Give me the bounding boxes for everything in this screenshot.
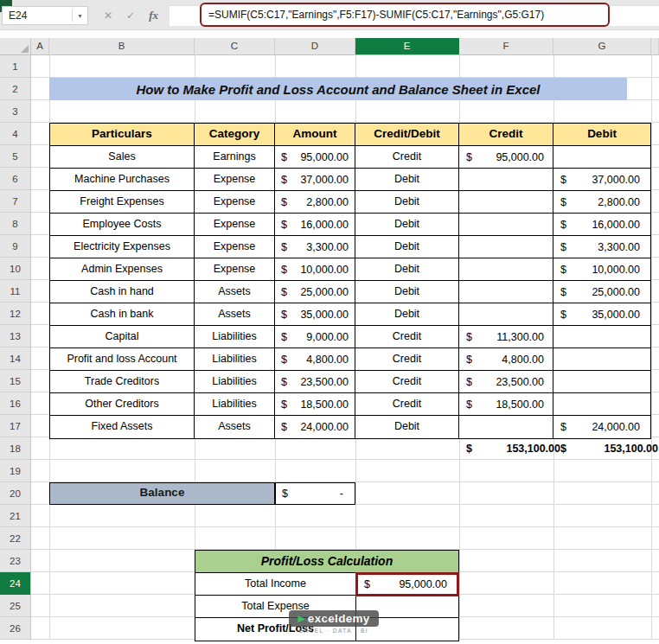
- table-header-credit[interactable]: Credit: [459, 124, 553, 146]
- cell-category[interactable]: Assets: [195, 416, 275, 438]
- cell-particulars[interactable]: Cash in bank: [50, 303, 195, 326]
- row-header-21[interactable]: 21: [0, 505, 30, 527]
- cell-particulars[interactable]: Capital: [50, 326, 195, 348]
- row-header-15[interactable]: 15: [0, 370, 30, 392]
- row-header-14[interactable]: 14: [0, 348, 30, 370]
- cell-credit-debit[interactable]: Debit: [355, 258, 459, 281]
- cell-credit-debit[interactable]: Debit: [355, 236, 459, 258]
- row-header-8[interactable]: 8: [0, 213, 30, 235]
- cell-credit[interactable]: [459, 191, 553, 214]
- cell-credit-debit[interactable]: Credit: [355, 371, 459, 393]
- row-header-17[interactable]: 17: [0, 415, 30, 437]
- row-header-7[interactable]: 7: [0, 190, 30, 213]
- cell-particulars[interactable]: Trade Creditors: [50, 371, 195, 393]
- insert-function-icon[interactable]: fx: [149, 9, 158, 22]
- cell-amount[interactable]: $ 24,000.00: [275, 416, 355, 438]
- cell-particulars[interactable]: Other Creditors: [50, 393, 195, 416]
- cell-debit[interactable]: $ 35,000.00: [553, 303, 650, 326]
- cell-category[interactable]: Liabilities: [195, 348, 275, 371]
- cell-credit[interactable]: $ 11,300.00: [459, 326, 553, 348]
- cell-amount[interactable]: $ 95,000.00: [275, 146, 355, 169]
- cell-debit[interactable]: $ 25,000.00: [553, 281, 650, 303]
- cell-particulars[interactable]: Sales: [50, 146, 195, 169]
- cell-amount[interactable]: $ 16,000.00: [275, 214, 355, 236]
- row-header-16[interactable]: 16: [0, 392, 30, 415]
- cell-category[interactable]: Expense: [195, 258, 275, 281]
- cell-debit[interactable]: $ 3,300.00: [553, 236, 650, 258]
- cell-credit-debit[interactable]: Debit: [355, 303, 459, 326]
- cell-particulars[interactable]: Profit and loss Account: [50, 348, 195, 371]
- cell-debit[interactable]: [553, 371, 650, 393]
- column-header-G[interactable]: G: [553, 38, 651, 54]
- row-header-10[interactable]: 10: [0, 258, 30, 280]
- row-header-12[interactable]: 12: [0, 303, 30, 325]
- cell-particulars[interactable]: Electricity Expenses: [50, 236, 195, 258]
- table-header-credit-debit[interactable]: Credit/Debit: [355, 124, 459, 146]
- cell-debit[interactable]: $ 10,000.00: [553, 258, 650, 281]
- row-header-11[interactable]: 11: [0, 280, 30, 303]
- cell-amount[interactable]: $ 18,500.00: [275, 393, 355, 416]
- cell-credit-debit[interactable]: Debit: [355, 214, 459, 236]
- enter-icon[interactable]: ✓: [126, 10, 135, 22]
- cell-credit-total[interactable]: $ 153,100.00: [459, 437, 569, 460]
- cell-credit-debit[interactable]: Credit: [355, 326, 459, 348]
- row-header-4[interactable]: 4: [0, 123, 30, 145]
- cell-credit[interactable]: [459, 281, 553, 303]
- cell-credit-debit[interactable]: Debit: [355, 191, 459, 214]
- cell-debit[interactable]: [553, 393, 650, 416]
- cell-debit[interactable]: $ 37,000.00: [553, 169, 650, 191]
- row-header-23[interactable]: 23: [0, 550, 30, 572]
- column-header-A[interactable]: A: [31, 38, 49, 54]
- cell-credit[interactable]: $ 23,500.00: [459, 371, 553, 393]
- cancel-icon[interactable]: ✕: [104, 10, 112, 22]
- row-header-18[interactable]: 18: [0, 437, 30, 460]
- cell-debit[interactable]: [553, 348, 650, 371]
- cell-category[interactable]: Assets: [195, 281, 275, 303]
- title-cell[interactable]: How to Make Profit and Loss Account and …: [49, 78, 627, 100]
- cell-amount[interactable]: $ 3,300.00: [275, 236, 355, 258]
- cell-debit-total[interactable]: $ 153,100.00: [553, 437, 659, 460]
- column-header-F[interactable]: F: [459, 38, 553, 54]
- select-all-corner[interactable]: [0, 38, 31, 54]
- column-header-D[interactable]: D: [275, 38, 355, 54]
- cell-category[interactable]: Liabilities: [195, 371, 275, 393]
- cell-debit[interactable]: $ 24,000.00: [553, 416, 650, 438]
- column-header-B[interactable]: B: [49, 38, 195, 54]
- cell-particulars[interactable]: Machine Purchases: [50, 169, 195, 191]
- row-header-22[interactable]: 22: [0, 527, 30, 550]
- cell-category[interactable]: Liabilities: [195, 326, 275, 348]
- cell-credit[interactable]: $ 18,500.00: [459, 393, 553, 416]
- cell-credit[interactable]: [459, 236, 553, 258]
- cell-category[interactable]: Assets: [195, 303, 275, 326]
- cell-credit-debit[interactable]: Debit: [355, 169, 459, 191]
- row-header-24[interactable]: 24: [0, 572, 30, 595]
- cell-credit-debit[interactable]: Debit: [355, 416, 459, 438]
- row-header-6[interactable]: 6: [0, 168, 30, 190]
- cell-credit-debit[interactable]: Credit: [355, 146, 459, 169]
- row-header-20[interactable]: 20: [0, 482, 30, 505]
- cell-credit[interactable]: $ 95,000.00: [459, 146, 553, 169]
- cell-total-income-label[interactable]: Total Income: [195, 573, 356, 596]
- cell-credit[interactable]: [459, 169, 553, 191]
- row-header-2[interactable]: 2: [0, 78, 30, 100]
- balance-label-cell[interactable]: Balance: [49, 482, 275, 505]
- cell-amount[interactable]: $ 35,000.00: [275, 303, 355, 326]
- cell-debit[interactable]: [553, 326, 650, 348]
- cell-category[interactable]: Earnings: [195, 146, 275, 169]
- cell-credit[interactable]: [459, 416, 553, 438]
- table-header-debit[interactable]: Debit: [553, 124, 650, 146]
- cell-credit-debit[interactable]: Credit: [355, 393, 459, 416]
- cell-category[interactable]: Expense: [195, 191, 275, 214]
- cell-amount[interactable]: $ 10,000.00: [275, 258, 355, 281]
- cell-debit[interactable]: [553, 146, 650, 169]
- cell-e24-selected[interactable]: $ 95,000.00: [356, 573, 458, 596]
- column-header-partial[interactable]: [651, 38, 659, 54]
- cell-amount[interactable]: $ 25,000.00: [275, 281, 355, 303]
- table-header-amount[interactable]: Amount: [275, 124, 355, 146]
- column-header-C[interactable]: C: [195, 38, 275, 54]
- name-box[interactable]: E24 ▾: [2, 6, 88, 25]
- cell-particulars[interactable]: Fixed Assets: [50, 416, 195, 438]
- cell-category[interactable]: Expense: [195, 214, 275, 236]
- cell-debit[interactable]: $ 16,000.00: [553, 214, 650, 236]
- row-header-13[interactable]: 13: [0, 325, 30, 348]
